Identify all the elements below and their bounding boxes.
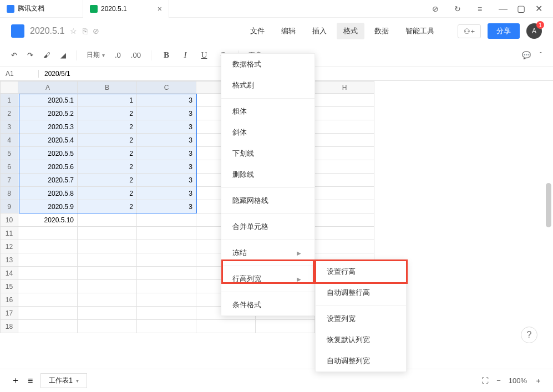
cell[interactable] bbox=[78, 253, 137, 267]
menu-item-条件格式[interactable]: 条件格式 bbox=[221, 294, 314, 315]
help-icon[interactable]: ⊘ bbox=[428, 1, 443, 17]
formula-value[interactable]: 2020/5/1 bbox=[39, 70, 76, 78]
row-header[interactable]: 16 bbox=[1, 293, 18, 307]
row-header[interactable]: 14 bbox=[1, 267, 18, 280]
row-header[interactable]: 12 bbox=[1, 240, 18, 253]
cell[interactable] bbox=[137, 307, 196, 320]
row-header[interactable]: 8 bbox=[1, 187, 18, 200]
avatar[interactable]: A 1 bbox=[526, 23, 542, 39]
cell[interactable] bbox=[78, 240, 137, 253]
cell[interactable] bbox=[315, 147, 374, 160]
clear-format-button[interactable]: ◢ bbox=[60, 51, 66, 59]
cell[interactable] bbox=[315, 160, 374, 174]
close-tab-icon[interactable]: × bbox=[158, 4, 162, 13]
cell[interactable]: 3 bbox=[137, 120, 196, 134]
cell[interactable]: 3 bbox=[137, 187, 196, 200]
cell[interactable] bbox=[315, 134, 374, 147]
sheet-tab[interactable]: 工作表1▾ bbox=[40, 373, 87, 388]
cell[interactable]: 2 bbox=[78, 160, 137, 174]
sheet-list-button[interactable]: ≡ bbox=[28, 376, 33, 386]
cell[interactable] bbox=[78, 280, 137, 293]
cell[interactable]: 2 bbox=[78, 107, 137, 120]
bold-button[interactable]: B bbox=[161, 50, 171, 60]
close-window-icon[interactable]: ✕ bbox=[530, 1, 547, 17]
column-header[interactable]: C bbox=[137, 82, 196, 94]
cell[interactable] bbox=[137, 213, 196, 227]
cell[interactable] bbox=[137, 227, 196, 240]
star-icon[interactable]: ☆ bbox=[70, 27, 77, 35]
cell[interactable]: 2020.5.9 bbox=[18, 200, 78, 213]
cell[interactable]: 3 bbox=[137, 134, 196, 147]
cell[interactable] bbox=[18, 240, 78, 253]
menu-item-恢复默认列宽[interactable]: 恢复默认列宽 bbox=[316, 329, 406, 350]
menu-item-格式刷[interactable]: 格式刷 bbox=[221, 75, 314, 96]
menu-item-行高列宽[interactable]: 行高列宽▶ bbox=[221, 268, 314, 289]
cell[interactable] bbox=[18, 227, 78, 240]
cell[interactable] bbox=[18, 307, 78, 320]
menu-智能工具[interactable]: 智能工具 bbox=[399, 23, 441, 39]
cell[interactable]: 2 bbox=[78, 187, 137, 200]
cell[interactable] bbox=[18, 293, 78, 307]
cell[interactable] bbox=[18, 253, 78, 267]
tab-document[interactable]: 2020.5.1 × bbox=[83, 0, 169, 18]
cell[interactable] bbox=[78, 267, 137, 280]
cell[interactable] bbox=[78, 227, 137, 240]
cell[interactable]: 2020.5.2 bbox=[18, 107, 78, 120]
cell[interactable] bbox=[315, 240, 374, 253]
cell[interactable] bbox=[315, 213, 374, 227]
format-date-button[interactable]: 日期▾ bbox=[87, 50, 105, 60]
cell[interactable] bbox=[78, 320, 137, 333]
menu-编辑[interactable]: 编辑 bbox=[275, 23, 302, 39]
cell[interactable] bbox=[18, 320, 78, 333]
collapse-toolbar-icon[interactable]: ˆ bbox=[540, 51, 542, 59]
menu-item-设置行高[interactable]: 设置行高 bbox=[316, 261, 406, 282]
cell[interactable] bbox=[137, 240, 196, 253]
cell[interactable] bbox=[78, 213, 137, 227]
column-header[interactable]: A bbox=[18, 82, 78, 94]
maximize-icon[interactable]: ▢ bbox=[512, 1, 530, 17]
cell[interactable]: 2020.5.7 bbox=[18, 174, 78, 187]
cell[interactable] bbox=[315, 174, 374, 187]
row-header[interactable]: 10 bbox=[1, 213, 18, 227]
cell[interactable]: 2020.5.1 bbox=[18, 94, 78, 107]
cell[interactable] bbox=[78, 293, 137, 307]
cell[interactable]: 1 bbox=[78, 94, 137, 107]
row-header[interactable]: 13 bbox=[1, 253, 18, 267]
zoom-out-button[interactable]: − bbox=[496, 376, 501, 385]
add-sheet-button[interactable]: ＋ bbox=[11, 375, 20, 386]
cell[interactable]: 2020.5.4 bbox=[18, 134, 78, 147]
row-header[interactable]: 17 bbox=[1, 307, 18, 320]
cell[interactable]: 3 bbox=[137, 107, 196, 120]
cell[interactable] bbox=[137, 293, 196, 307]
menu-item-自动调整行高[interactable]: 自动调整行高 bbox=[316, 282, 406, 303]
tab-main[interactable]: 腾讯文档 bbox=[0, 0, 83, 18]
column-header[interactable]: H bbox=[315, 82, 374, 94]
underline-button[interactable]: U bbox=[199, 50, 209, 60]
cell[interactable] bbox=[315, 94, 374, 107]
cell[interactable] bbox=[315, 107, 374, 120]
cell[interactable]: 2020.5.10 bbox=[18, 213, 78, 227]
italic-button[interactable]: I bbox=[180, 50, 190, 60]
cell[interactable]: 2 bbox=[78, 174, 137, 187]
folder-icon[interactable]: ⎘ bbox=[83, 27, 87, 35]
decrease-decimal-button[interactable]: .0 bbox=[115, 51, 121, 59]
cell[interactable] bbox=[315, 227, 374, 240]
expand-icon[interactable]: ⛶ bbox=[481, 376, 489, 385]
cell[interactable] bbox=[78, 307, 137, 320]
column-header[interactable]: B bbox=[78, 82, 137, 94]
cell[interactable] bbox=[137, 320, 196, 333]
cell[interactable] bbox=[137, 253, 196, 267]
cell[interactable] bbox=[137, 267, 196, 280]
cell[interactable]: 2020.5.5 bbox=[18, 147, 78, 160]
row-header[interactable]: 11 bbox=[1, 227, 18, 240]
share-button[interactable]: 分享 bbox=[488, 23, 520, 39]
row-header[interactable]: 5 bbox=[1, 147, 18, 160]
cell[interactable] bbox=[137, 280, 196, 293]
row-header[interactable]: 9 bbox=[1, 200, 18, 213]
undo-button[interactable]: ↶ bbox=[11, 51, 17, 59]
cell[interactable]: 2020.5.6 bbox=[18, 160, 78, 174]
cell[interactable] bbox=[18, 267, 78, 280]
paint-format-button[interactable]: 🖌 bbox=[43, 51, 50, 59]
cell[interactable]: 3 bbox=[137, 94, 196, 107]
cell[interactable]: 2 bbox=[78, 120, 137, 134]
